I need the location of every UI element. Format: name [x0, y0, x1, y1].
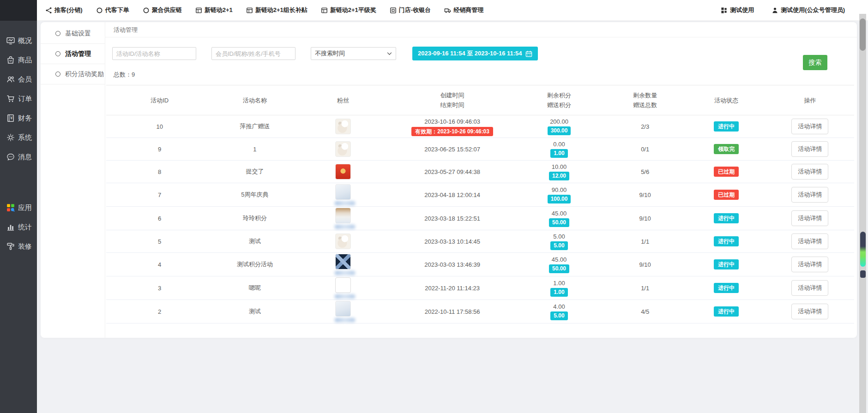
- topnav-item-label: 经销商管理: [453, 6, 483, 14]
- gift-points-badge: 50.00: [549, 264, 569, 273]
- sidebar-item-goods[interactable]: 商品: [0, 50, 37, 70]
- activity-id-cell: 8: [106, 161, 213, 183]
- total-count-line: 总数：9: [114, 71, 857, 79]
- activity-detail-button[interactable]: 活动详情: [791, 257, 828, 272]
- page-scrollbar-track[interactable]: [859, 14, 866, 413]
- created-time: 2023-03-13 10:14:45: [392, 237, 513, 246]
- sidebar-item-label: 统计: [18, 223, 32, 232]
- finance-icon: ¥: [6, 114, 15, 122]
- avatar-caption-blur: [335, 201, 355, 205]
- sidebar-item-overview[interactable]: 概况: [0, 31, 37, 50]
- workspace-label: 测试使用: [730, 6, 754, 14]
- activity-detail-button[interactable]: 活动详情: [791, 210, 828, 226]
- points-cell: 5.00 5.00: [515, 230, 603, 253]
- activity-search-input[interactable]: [112, 47, 196, 60]
- activity-name-cell: 测试: [213, 230, 296, 253]
- sidebar-item-messages[interactable]: 消息: [0, 147, 37, 167]
- activity-name-cell: 萍推广赠送: [213, 115, 296, 138]
- scrollbar-thumb[interactable]: [860, 18, 866, 51]
- avatar-caption-blur: [335, 318, 355, 322]
- activity-detail-button[interactable]: 活动详情: [791, 141, 828, 157]
- submenu-panel: 基础设置 活动管理 积分活动奖励: [41, 22, 105, 338]
- search-button[interactable]: 搜索: [803, 55, 827, 70]
- topnav-item-liandong[interactable]: 新链动2+1: [195, 6, 233, 14]
- topnav-item-juhe[interactable]: 聚合供应链: [143, 6, 182, 14]
- header-remaining-points: 剩余积分赠送积分: [515, 85, 603, 115]
- status-cell: 已过期: [687, 183, 766, 207]
- date-range-text: 2023-09-16 11:54 至 2023-10-16 11:54: [418, 49, 522, 58]
- sidebar-item-label: 装修: [18, 242, 32, 251]
- remaining-count: 9/10: [639, 261, 651, 268]
- topnav-item-jingxiaoshang[interactable]: 经销商管理: [444, 6, 483, 14]
- activity-detail-button[interactable]: 活动详情: [791, 187, 828, 203]
- topnav-item-tuike[interactable]: 推客(分销): [45, 6, 83, 14]
- status-badge: 进行中: [714, 306, 739, 317]
- time-cell: 2023-05-27 09:44:38: [390, 161, 515, 183]
- topnav-item-daike[interactable]: 代客下单: [96, 6, 129, 14]
- points-cell: 45.00 50.00: [515, 207, 603, 230]
- fan-cell: [297, 300, 390, 323]
- action-cell: 活动详情: [766, 300, 854, 323]
- activity-detail-button[interactable]: 活动详情: [791, 280, 828, 296]
- topnav-item-zuzhang[interactable]: 新链动2+1组长补贴: [246, 6, 307, 14]
- remaining-count: 0/1: [641, 146, 649, 153]
- activity-id-cell: 9: [106, 138, 213, 161]
- time-filter-value: 不搜索时间: [315, 49, 345, 58]
- svg-text:¥: ¥: [10, 116, 13, 120]
- remaining-points: 45.00: [517, 256, 601, 263]
- fan-avatar: [335, 233, 351, 249]
- date-range-button[interactable]: 2023-09-16 11:54 至 2023-10-16 11:54: [412, 47, 538, 60]
- topbar-account[interactable]: 测试使用(公众号管理员): [772, 6, 845, 14]
- sidebar-item-label: 财务: [18, 114, 32, 123]
- header-activity-name: 活动名称: [213, 85, 296, 115]
- topnav-item-pingji[interactable]: 新链动2+1平级奖: [321, 6, 376, 14]
- header-activity-id: 活动ID: [106, 85, 213, 115]
- radio-circle-icon: [55, 31, 60, 36]
- gift-points-badge: 100.00: [548, 195, 571, 204]
- sidebar-item-orders[interactable]: 订单: [0, 89, 37, 108]
- panel-icon: [246, 7, 253, 14]
- created-time: 2022-10-11 17:58:56: [392, 307, 513, 316]
- activity-detail-button[interactable]: 活动详情: [791, 164, 828, 180]
- member-search-input[interactable]: [211, 47, 295, 60]
- status-badge: 领取完: [714, 144, 739, 154]
- members-icon: [6, 75, 15, 84]
- submenu-item-basic-settings[interactable]: 基础设置: [41, 24, 105, 44]
- activity-detail-button[interactable]: 活动详情: [791, 233, 828, 249]
- fan-avatar: [335, 184, 351, 200]
- activity-detail-button[interactable]: 活动详情: [791, 119, 828, 134]
- sidebar-item-members[interactable]: 会员: [0, 70, 37, 89]
- topnav-item-mendian[interactable]: 门店-收银台: [390, 6, 431, 14]
- activity-detail-button[interactable]: 活动详情: [791, 304, 828, 319]
- table-row: 2 测试 2022-10-11 17:58:56 4.00 5.00 4/5 进…: [106, 300, 854, 323]
- main-content: 活动管理 不搜索时间 2023-09-16 11:54 至 2023-10-16…: [105, 22, 857, 338]
- status-cell: 领取完: [687, 138, 766, 161]
- submenu-item-points-reward[interactable]: 积分活动奖励: [41, 64, 105, 84]
- created-time: 2023-04-18 12:00:14: [392, 191, 513, 199]
- header-actions: 操作: [766, 85, 854, 115]
- activity-name-cell: 嗯呢: [213, 276, 296, 300]
- table-row: 10 萍推广赠送 2023-10-16 09:46:03 有效期：2023-10…: [106, 115, 854, 138]
- sidebar-item-system[interactable]: 系统: [0, 128, 37, 147]
- topnav-item-label: 新链动2+1组长补贴: [255, 6, 307, 14]
- sidebar-item-decorate[interactable]: 装修: [0, 237, 37, 256]
- content-card: 基础设置 活动管理 积分活动奖励 活动管理 不搜索时间 2023-09-16 1…: [41, 22, 857, 338]
- activity-name-cell: 1: [213, 138, 296, 161]
- status-badge: 已过期: [714, 167, 739, 177]
- fan-cell: [297, 230, 390, 253]
- time-filter-select[interactable]: 不搜索时间: [311, 47, 396, 60]
- total-label: 总数：: [114, 71, 132, 78]
- sidebar-item-apps[interactable]: 应用: [0, 198, 37, 217]
- sidebar-item-stats[interactable]: 统计: [0, 217, 37, 237]
- created-time: 2023-03-18 15:22:51: [392, 214, 513, 223]
- gift-points-badge: 300.00: [548, 126, 571, 135]
- table-row: 9 1 2023-06-25 15:52:07 0.00 1.00 0/1 领取…: [106, 138, 854, 161]
- submenu-item-activity-management[interactable]: 活动管理: [41, 44, 105, 64]
- topbar-workspace[interactable]: 测试使用: [721, 6, 754, 14]
- topnav-item-label: 聚合供应链: [152, 6, 182, 14]
- table-row: 4 测试积分活动 2023-03-03 13:46:39 45.00 50.00…: [106, 253, 854, 276]
- points-cell: 1.00 1.00: [515, 276, 603, 300]
- points-cell: 45.00 50.00: [515, 253, 603, 276]
- sidebar-item-finance[interactable]: ¥ 财务: [0, 108, 37, 128]
- sidebar-item-label: 订单: [18, 95, 32, 103]
